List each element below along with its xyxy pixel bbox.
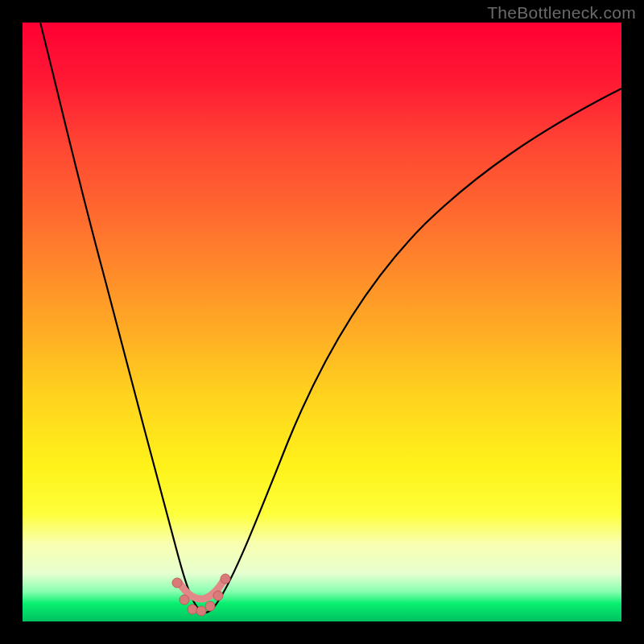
valley-dot [196, 606, 206, 616]
valley-dot [180, 595, 189, 605]
valley-dot [172, 578, 182, 588]
valley-dot [213, 591, 223, 601]
plot-area [23, 23, 621, 621]
valley-dot [205, 601, 215, 611]
valley-dot [221, 574, 230, 584]
curve-svg [23, 23, 621, 621]
valley-dot [188, 605, 197, 614]
bottleneck-curve [40, 23, 621, 613]
chart-frame: TheBottleneck.com [0, 0, 644, 644]
watermark-text: TheBottleneck.com [487, 3, 636, 23]
